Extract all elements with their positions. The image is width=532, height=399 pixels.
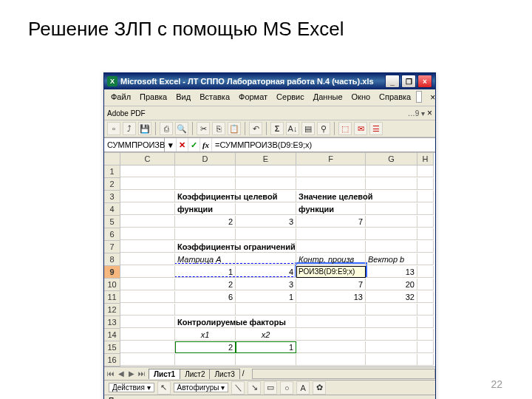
cell[interactable] [417,316,434,328]
cell[interactable] [417,253,434,265]
sheet-tab-2[interactable]: Лист2 [180,369,210,379]
cell[interactable]: 4 [236,266,296,278]
select-all-corner[interactable] [104,153,120,166]
pdf-icon[interactable]: ⬚ [338,122,352,135]
row-header-12[interactable]: 12 [104,304,120,316]
cell[interactable] [236,166,296,177]
cell[interactable] [296,228,366,240]
line-icon[interactable]: ＼ [231,381,245,395]
cell[interactable] [120,354,175,366]
cell[interactable]: 1 [236,341,296,353]
cell[interactable] [366,178,417,190]
cell[interactable] [417,341,434,353]
cell[interactable]: РОИЗВ(D9:E9;x) [296,266,366,278]
adobe-pdf-label[interactable]: Adobe PDF [107,109,146,117]
cell[interactable] [366,304,417,316]
cell[interactable]: 13 [296,291,366,303]
save-icon[interactable]: 💾 [138,122,151,135]
cell[interactable] [236,241,296,253]
row-header-7[interactable]: 7 [104,241,120,253]
row-header-1[interactable]: 1 [104,166,120,178]
cell[interactable]: 1 [175,266,236,278]
cell[interactable]: Коэффициенты ограничений [175,241,236,253]
arrow-icon[interactable]: ↘ [248,381,261,395]
cell[interactable]: Контр. произв [296,253,366,265]
cell[interactable] [417,279,434,290]
cell[interactable] [366,341,417,353]
cell[interactable]: 3 [236,279,296,290]
cell[interactable] [366,354,417,366]
cell[interactable] [417,354,434,366]
menu-edit[interactable]: Правка [136,91,171,104]
row-header-9[interactable]: 9 [104,266,120,279]
tab-nav-prev-icon[interactable]: ◀ [116,369,126,378]
cell[interactable] [236,354,296,366]
cell[interactable] [417,191,434,202]
cell[interactable]: 2 [175,216,236,228]
row-header-3[interactable]: 3 [104,191,120,203]
sheet-tab-3[interactable]: Лист3 [209,369,239,379]
copy-icon[interactable]: ⎘ [212,122,225,135]
cell[interactable]: Коэффициенты целевой [175,191,236,202]
row-header-5[interactable]: 5 [104,216,120,228]
cell[interactable]: функции [175,203,236,215]
menu-insert[interactable]: Вставка [196,91,233,104]
cell[interactable] [417,266,434,278]
row-header-2[interactable]: 2 [104,178,120,191]
cell[interactable]: функции [296,203,366,215]
print-icon[interactable]: ⎙ [160,122,173,135]
cell[interactable] [366,191,417,202]
cell[interactable] [120,166,175,177]
cell[interactable]: Значение целевой [296,191,366,202]
cell[interactable] [120,203,175,215]
minimize-button[interactable]: _ [385,75,400,88]
cell[interactable] [236,191,296,202]
cell[interactable] [120,191,175,202]
menubar[interactable]: Файл Правка Вид Вставка Формат Сервис Да… [104,89,435,106]
cell[interactable]: x1 [175,329,236,341]
menubar-close-icon[interactable]: × [426,91,439,104]
cell[interactable]: 2 [175,341,236,353]
oval-icon[interactable]: ○ [280,381,293,395]
cell[interactable] [120,253,175,265]
doc-close-icon[interactable]: × [427,108,432,118]
cell[interactable] [296,166,366,177]
formula-bar[interactable]: =СУММПРОИЗВ(D9:E9;x) [212,138,435,151]
namebox[interactable]: СУММПРОИЗВ [104,138,165,151]
cell[interactable] [417,166,434,177]
cell[interactable]: 3 [236,216,296,228]
cell[interactable] [417,291,434,303]
pointer-icon[interactable]: ↖ [157,381,171,395]
cell[interactable] [366,166,417,177]
rect-icon[interactable]: ▭ [264,381,277,395]
cell[interactable]: 1 [236,291,296,303]
drawing-actions-menu[interactable]: Действия ▾ [109,383,154,392]
cell[interactable]: 6 [175,291,236,303]
cell[interactable] [175,166,236,177]
col-header-D[interactable]: D [175,153,236,166]
cell[interactable] [120,341,175,353]
close-button[interactable]: × [417,75,432,88]
open-icon[interactable]: ⤴ [123,122,136,135]
help-search-input[interactable] [416,91,422,103]
sheet-tab-1[interactable]: Лист1 [149,369,180,379]
row-header-4[interactable]: 4 [104,203,120,216]
cell[interactable] [296,241,366,253]
formula-enter-icon[interactable]: ✓ [188,138,200,151]
cell[interactable] [120,241,175,253]
cell[interactable] [417,203,434,215]
cell[interactable] [175,304,236,316]
menu-help[interactable]: Справка [375,91,415,104]
autosum-icon[interactable]: Σ [270,122,284,135]
menu-file[interactable]: Файл [107,91,134,104]
cell[interactable] [236,228,296,240]
paste-icon[interactable]: 📋 [228,122,241,135]
pdf-review-icon[interactable]: ☰ [369,122,383,135]
horizontal-scrollbar[interactable] [252,369,435,379]
cell[interactable] [366,329,417,341]
row-header-14[interactable]: 14 [104,329,120,341]
cell[interactable] [120,279,175,290]
cell[interactable] [236,253,296,265]
row-header-11[interactable]: 11 [104,291,120,304]
cell[interactable]: 7 [296,279,366,290]
